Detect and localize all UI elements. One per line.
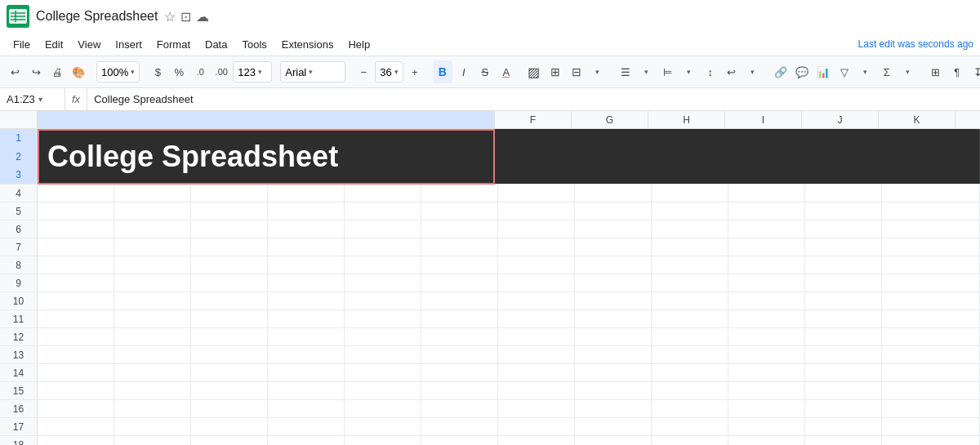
menu-help[interactable]: Help — [341, 36, 376, 53]
row-num-10[interactable]: 10 — [0, 292, 38, 309]
cell-B4[interactable] — [114, 185, 191, 202]
row-num-8[interactable]: 8 — [0, 256, 38, 274]
cell-H4[interactable] — [575, 185, 652, 202]
cell-C4[interactable] — [191, 185, 268, 202]
menu-data[interactable]: Data — [198, 36, 234, 53]
menu-edit[interactable]: Edit — [38, 36, 69, 53]
function-dropdown[interactable]: ▾ — [898, 60, 918, 83]
redo-button[interactable]: ↪ — [26, 60, 46, 83]
function-button[interactable]: Σ — [877, 60, 897, 83]
decimal-increase-button[interactable]: .00 — [212, 60, 231, 83]
col-header-A-E[interactable] — [38, 111, 495, 128]
row-num-3[interactable]: 3 — [0, 166, 37, 184]
font-family-selector[interactable]: Arial ▾ — [280, 61, 345, 82]
col-header-K[interactable]: K — [879, 111, 956, 128]
menu-view[interactable]: View — [71, 36, 107, 53]
star-icon[interactable]: ☆ — [164, 9, 176, 24]
col-header-F[interactable]: F — [495, 111, 572, 128]
currency-button[interactable]: $ — [148, 60, 167, 83]
merged-title-cell[interactable]: College Spreadsheet — [38, 129, 495, 185]
cell-reference-box[interactable]: A1:Z3 ▾ — [0, 88, 65, 110]
row-num-18[interactable]: 18 — [0, 436, 38, 445]
menu-insert[interactable]: Insert — [109, 36, 149, 53]
row-num-2[interactable]: 2 — [0, 148, 37, 167]
cell-J4[interactable] — [728, 185, 805, 202]
more-options-button3[interactable]: ↧ — [969, 60, 980, 83]
filter-button[interactable]: ▽ — [835, 60, 854, 83]
folder-move-icon[interactable]: ⊡ — [180, 9, 191, 24]
font-size-decrease-button[interactable]: − — [354, 60, 373, 83]
cell-ref-dropdown[interactable]: ▾ — [38, 95, 42, 104]
row-num-17[interactable]: 17 — [0, 418, 38, 435]
row-num-7[interactable]: 7 — [0, 238, 38, 256]
menu-file[interactable]: File — [7, 36, 37, 53]
formula-bar: A1:Z3 ▾ fx College Spreadsheet — [0, 88, 980, 111]
col-header-I[interactable]: I — [725, 111, 802, 128]
table-row: 16 — [0, 400, 980, 418]
text-wrap-dropdown[interactable]: ▾ — [743, 60, 763, 83]
text-wrap-button[interactable]: ↩ — [722, 60, 742, 83]
percent-button[interactable]: % — [169, 60, 189, 83]
cell-D4[interactable] — [268, 185, 345, 202]
row-num-5[interactable]: 5 — [0, 202, 38, 220]
align-vertical-dropdown[interactable]: ▾ — [679, 60, 699, 83]
formula-content[interactable]: College Spreadsheet — [87, 93, 980, 105]
cell-A4[interactable] — [38, 185, 114, 202]
font-size-increase-button[interactable]: + — [405, 60, 425, 83]
align-horizontal-button[interactable]: ☰ — [616, 60, 635, 83]
cell-K4[interactable] — [805, 185, 882, 202]
cell-G4[interactable] — [498, 185, 575, 202]
row-num-9[interactable]: 9 — [0, 274, 38, 291]
row-num-16[interactable]: 16 — [0, 400, 38, 417]
col-header-G[interactable]: G — [572, 111, 648, 128]
cell-I4[interactable] — [652, 185, 728, 202]
zoom-selector[interactable]: 100% ▾ — [96, 61, 140, 82]
font-size-value: 36 — [380, 66, 391, 78]
decimal-decrease-button[interactable]: .0 — [190, 60, 210, 83]
undo-button[interactable]: ↩ — [5, 60, 24, 83]
col-header-J[interactable]: J — [802, 111, 879, 128]
font-size-selector[interactable]: 36 ▾ — [375, 61, 403, 82]
more-options-button2[interactable]: ¶ — [947, 60, 967, 83]
paint-format-button[interactable]: 🎨 — [69, 60, 88, 83]
row-num-11[interactable]: 11 — [0, 310, 38, 327]
link-button[interactable]: 🔗 — [771, 60, 791, 83]
col-header-L[interactable]: L — [956, 111, 980, 128]
menu-extensions[interactable]: Extensions — [275, 36, 341, 53]
strikethrough-button[interactable]: S — [475, 60, 495, 83]
chart-button[interactable]: 📊 — [813, 60, 833, 83]
row-num-4[interactable]: 4 — [0, 185, 38, 202]
bold-button[interactable]: B — [433, 60, 452, 83]
row-num-12[interactable]: 12 — [0, 328, 38, 345]
filter-dropdown[interactable]: ▾ — [856, 60, 875, 83]
cell-A5[interactable] — [38, 202, 114, 220]
cell-E4[interactable] — [345, 185, 421, 202]
cell-F4[interactable] — [421, 185, 498, 202]
align-vertical-button[interactable]: ⊨ — [658, 60, 678, 83]
merge-cells-button[interactable]: ⊟ — [567, 60, 586, 83]
cell-reference-value: A1:Z3 — [7, 93, 35, 105]
align-horizontal-dropdown[interactable]: ▾ — [637, 60, 657, 83]
borders-button[interactable]: ⊞ — [546, 60, 565, 83]
menu-tools[interactable]: Tools — [235, 36, 273, 53]
cloud-save-icon[interactable]: ☁ — [196, 9, 209, 24]
text-color-button[interactable]: A — [497, 60, 516, 83]
text-rotation-button[interactable]: ↕ — [701, 60, 720, 83]
highlight-color-button[interactable]: ▨ — [524, 60, 544, 83]
italic-button[interactable]: I — [454, 60, 474, 83]
number-format-selector[interactable]: 123 ▾ — [233, 61, 272, 82]
row-num-1[interactable]: 1 — [0, 129, 37, 148]
col-header-H[interactable]: H — [648, 111, 725, 128]
comment-button[interactable]: 💬 — [792, 60, 812, 83]
cell-L4[interactable] — [882, 185, 980, 202]
row-num-13[interactable]: 13 — [0, 346, 38, 363]
more-options-button1[interactable]: ⊞ — [926, 60, 946, 83]
sheet-container: F G H I J K L 1 2 3 College Spreadsheet … — [0, 111, 980, 445]
row-num-6[interactable]: 6 — [0, 220, 38, 238]
table-row: 5 — [0, 202, 980, 220]
row-num-14[interactable]: 14 — [0, 364, 38, 381]
print-button[interactable]: 🖨 — [47, 60, 67, 83]
row-num-15[interactable]: 15 — [0, 382, 38, 399]
menu-format[interactable]: Format — [150, 36, 197, 53]
merge-dropdown-button[interactable]: ▾ — [588, 60, 608, 83]
